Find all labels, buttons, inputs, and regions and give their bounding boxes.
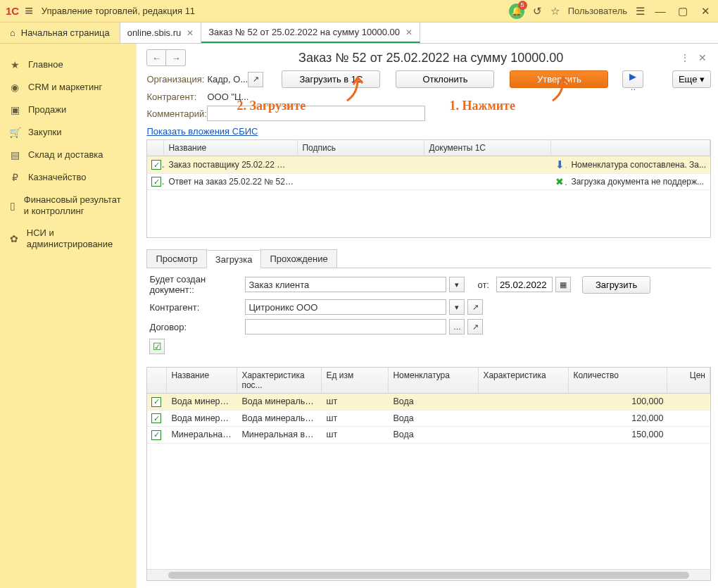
sidebar-item-label: Продажи: [28, 104, 66, 115]
history-icon[interactable]: ↺: [533, 5, 542, 18]
horizontal-scrollbar[interactable]: [147, 569, 710, 580]
sidebar-item-finance[interactable]: ▯Финансовый результат и контроллинг: [4, 189, 132, 222]
tab-flow[interactable]: Прохождение: [260, 249, 336, 268]
checkbox-icon[interactable]: ✓: [151, 160, 161, 170]
tab-bar: ⌂ Начальная страница online.sbis.ru ✕ За…: [0, 23, 718, 44]
attachments-link[interactable]: Показать вложения СБИС: [146, 126, 711, 137]
home-tab-label: Начальная страница: [21, 27, 110, 38]
gear-icon: ✿: [8, 233, 20, 244]
table-row[interactable]: ✓ Заказ поставщику 25.02.22 № 5... ⬇ Ном…: [147, 156, 710, 174]
app-title: Управление торговлей, редакция 11: [42, 6, 509, 16]
contract-select[interactable]: [245, 319, 446, 334]
top-bar: 1С ≡ Управление торговлей, редакция 11 🔔…: [0, 0, 718, 23]
open-ref-button[interactable]: ↗: [248, 72, 263, 87]
tab-load[interactable]: Загрузка: [206, 250, 262, 268]
ruble-icon: ₽: [8, 172, 21, 183]
home-icon: ⌂: [10, 27, 15, 38]
table-row[interactable]: ✓ Минеральная в... Минеральная вода ... …: [147, 427, 710, 444]
comment-input[interactable]: [207, 106, 425, 121]
open-ref-button[interactable]: ↗: [467, 299, 483, 315]
checkbox-icon[interactable]: ✓: [151, 177, 161, 187]
org-value: Кадр, О...: [207, 74, 248, 85]
nav-back-button[interactable]: ←: [146, 49, 166, 66]
checkbox-icon[interactable]: ✓: [151, 430, 161, 440]
menu-icon[interactable]: ≡: [25, 3, 33, 19]
load-1c-button[interactable]: Загрузить в 1С: [282, 70, 380, 88]
user-label[interactable]: Пользователь: [568, 6, 627, 16]
dog-label: Договор:: [149, 322, 242, 332]
kontr-value: ООО "Ц...: [207, 92, 248, 102]
sidebar-item-warehouse[interactable]: ▤Склад и доставка: [4, 144, 132, 166]
sidebar-item-main[interactable]: ★Главное: [4, 54, 132, 76]
col-qty: Количество: [569, 368, 667, 393]
star-icon[interactable]: ☆: [550, 5, 560, 18]
sidebar-item-label: Закупки: [28, 127, 61, 138]
col-name: Название: [164, 140, 298, 156]
bell-badge: 5: [518, 1, 527, 10]
doc-type-select[interactable]: Заказ клиента: [245, 277, 446, 292]
kontr-select[interactable]: Цитроникс ООО: [245, 299, 446, 315]
load-button[interactable]: Загрузить: [582, 276, 650, 294]
checkbox-icon[interactable]: ✓: [151, 397, 161, 407]
sidebar-item-label: Склад и доставка: [28, 149, 103, 161]
home-tab[interactable]: ⌂ Начальная страница: [0, 23, 120, 43]
tab-label: Заказ № 52 от 25.02.2022 на сумму 10000.…: [208, 27, 400, 37]
sidebar-item-label: Казначейство: [28, 172, 86, 183]
options-icon[interactable]: ⋮: [676, 52, 694, 63]
checkbox-icon[interactable]: ✓: [151, 413, 161, 423]
table-row[interactable]: ✓ Вода минераль... Вода минеральная ... …: [147, 394, 710, 411]
col-sign: Подпись: [298, 140, 424, 156]
dropdown-icon[interactable]: ▾: [449, 299, 465, 315]
minimize-button[interactable]: —: [653, 5, 667, 17]
sidebar-item-label: НСИ и администрирование: [27, 227, 129, 249]
calendar-icon[interactable]: ▦: [555, 277, 571, 292]
bag-icon: ▣: [8, 104, 21, 115]
cart-icon: 🛒: [8, 127, 21, 138]
close-icon[interactable]: ✕: [694, 52, 711, 63]
maximize-button[interactable]: ▢: [676, 5, 690, 18]
tab-preview[interactable]: Просмотр: [146, 249, 206, 268]
more-button[interactable]: Еще ▾: [672, 70, 711, 88]
approve-button[interactable]: Утвердить: [510, 70, 608, 88]
checkall-button[interactable]: ☑: [149, 339, 165, 354]
nav-forward-button[interactable]: →: [166, 49, 186, 66]
close-icon[interactable]: ✕: [405, 27, 412, 37]
date-label: от:: [477, 280, 489, 290]
row-name: Заказ поставщику 25.02.22 № 5...: [164, 158, 298, 172]
chart-icon: ▯: [8, 200, 17, 211]
col-char: Характеристика пос...: [237, 368, 322, 393]
sidebar-item-sales[interactable]: ▣Продажи: [4, 99, 132, 121]
sidebar-item-label: Главное: [28, 59, 63, 70]
date-input[interactable]: [496, 277, 553, 292]
ellipsis-icon[interactable]: …: [449, 319, 465, 334]
sidebar-item-purchases[interactable]: 🛒Закупки: [4, 121, 132, 144]
row-name: Ответ на заказ 25.02.22 № 52 на...: [164, 175, 298, 189]
sidebar-item-nsi[interactable]: ✿НСИ и администрирование: [4, 222, 132, 255]
close-icon[interactable]: ✕: [187, 28, 194, 38]
reject-button[interactable]: Отклонить: [396, 70, 494, 88]
close-window-button[interactable]: ✕: [698, 5, 712, 18]
user-menu-icon[interactable]: ☰: [636, 5, 645, 18]
kontr-label2: Контрагент:: [149, 302, 242, 313]
col-char2: Характеристика: [479, 368, 569, 393]
sidebar-item-treasury[interactable]: ₽Казначейство: [4, 166, 132, 189]
col-docs: Документы 1С: [424, 140, 551, 156]
notifications-bell[interactable]: 🔔 5: [509, 4, 524, 19]
download-icon: ⬇: [551, 156, 567, 173]
sidebar-item-label: Финансовый результат и контроллинг: [24, 194, 129, 216]
play-button[interactable]: ▶ ..: [622, 70, 643, 88]
open-ref-button[interactable]: ↗: [467, 319, 483, 334]
sidebar-item-crm[interactable]: ◉CRM и маркетинг: [4, 76, 132, 99]
crm-icon: ◉: [8, 82, 21, 93]
table-row[interactable]: ✓ Вода минераль... Вода минеральная ... …: [147, 411, 710, 427]
row-status: Номенклатура сопоставлена. За...: [567, 158, 710, 172]
tab-order[interactable]: Заказ № 52 от 25.02.2022 на сумму 10000.…: [201, 23, 420, 43]
col-name: Название: [167, 368, 237, 393]
sidebar-item-label: CRM и маркетинг: [28, 82, 102, 93]
warehouse-icon: ▤: [8, 149, 21, 161]
col-price: Цен: [667, 368, 710, 393]
tab-sbis[interactable]: online.sbis.ru ✕: [120, 23, 202, 43]
table-row[interactable]: ✓ Ответ на заказ 25.02.22 № 52 на... ✖ З…: [147, 174, 710, 190]
dropdown-icon[interactable]: ▾: [449, 277, 465, 292]
sidebar: ★Главное ◉CRM и маркетинг ▣Продажи 🛒Заку…: [0, 44, 137, 588]
